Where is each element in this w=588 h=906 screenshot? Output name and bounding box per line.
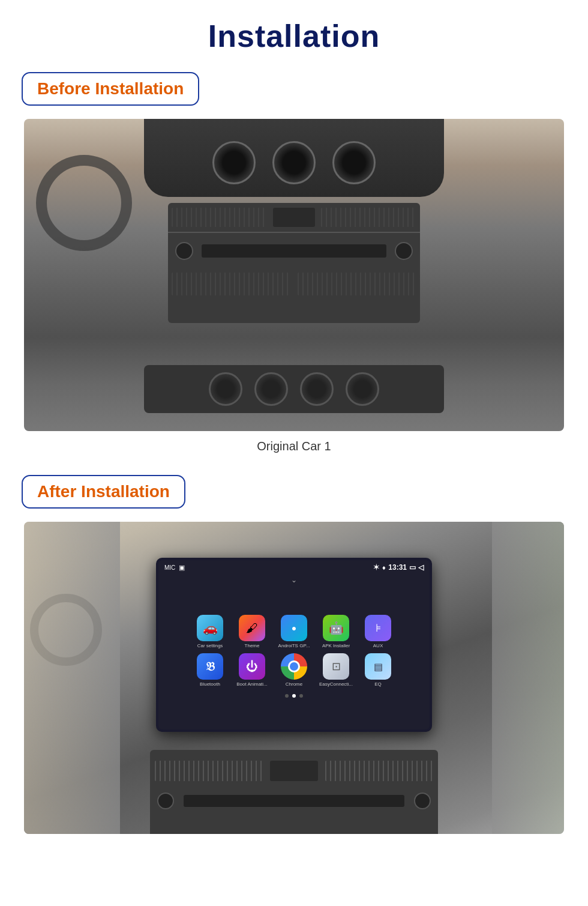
car-settings-app: 🚗 Car settings xyxy=(193,615,227,648)
easyconn-app: ⊡ EasyConnecti... xyxy=(319,653,353,687)
after-photo-bg: MIC ▣ ✶ ⬧ 13:31 ▭ ◁ ⌄ xyxy=(24,522,564,834)
after-radio xyxy=(270,761,318,781)
page-dots xyxy=(283,692,305,700)
vent-bottom-left xyxy=(172,273,290,295)
chrome-icon xyxy=(281,653,307,680)
bluetooth-label: Bluetooth xyxy=(200,681,220,687)
status-bar-right: ✶ ⬧ 13:31 ▭ ◁ xyxy=(373,563,424,572)
steering-wheel xyxy=(36,155,132,251)
control-bar xyxy=(202,244,386,258)
knob-left xyxy=(175,242,193,260)
media-icon: ▣ xyxy=(179,564,185,572)
eq-label: EQ xyxy=(374,681,382,687)
aux-label: AUX xyxy=(373,643,383,648)
boot-label: Boot Animati... xyxy=(236,681,268,687)
aux-app: ⊧ AUX xyxy=(361,615,395,648)
lower-console xyxy=(150,750,438,834)
car-settings-label: Car settings xyxy=(197,643,223,648)
chrome-center xyxy=(288,660,300,672)
boot-app: ⏻ Boot Animati... xyxy=(235,653,269,687)
app-grid: 🚗 Car settings 🖌 Theme ● AndroiTS GP... xyxy=(158,585,430,729)
chrome-label: Chrome xyxy=(286,681,302,687)
theme-icon: 🖌 xyxy=(239,615,265,641)
vent-bottom-right xyxy=(298,273,416,295)
radio-unit xyxy=(273,208,315,227)
before-installation-label: Before Installation xyxy=(37,79,184,98)
hvac-knob-1 xyxy=(209,372,242,406)
before-installation-image xyxy=(24,119,564,431)
center-console xyxy=(168,203,420,323)
dot-2-active xyxy=(292,694,296,698)
status-bar-left: MIC ▣ xyxy=(164,564,185,572)
after-vent-left xyxy=(155,761,263,781)
hvac-knob-2 xyxy=(254,372,288,406)
lower-bar xyxy=(184,795,404,807)
boot-icon: ⏻ xyxy=(239,653,265,680)
page-title: Installation xyxy=(208,18,380,54)
lower-knob-1 xyxy=(157,793,174,809)
bluetooth-app: 𝔅 Bluetooth xyxy=(193,653,227,687)
back-btn: ◁ xyxy=(418,563,424,572)
apk-app: 🤖 APK Installer xyxy=(319,615,353,648)
clock: 13:31 xyxy=(388,563,407,572)
androits-app: ● AndroiTS GP... xyxy=(277,615,311,648)
window-btn: ▭ xyxy=(409,563,416,572)
after-installation-label: After Installation xyxy=(37,482,170,501)
before-photo-bg xyxy=(24,119,564,431)
theme-label: Theme xyxy=(245,643,260,648)
apk-icon: 🤖 xyxy=(323,615,349,641)
android-screen: MIC ▣ ✶ ⬧ 13:31 ▭ ◁ ⌄ xyxy=(158,560,430,729)
after-vent-right xyxy=(325,761,433,781)
mic-icon: MIC xyxy=(164,564,175,571)
aux-icon: ⊧ xyxy=(365,615,391,641)
car-settings-icon: 🚗 xyxy=(197,615,223,641)
easyconn-icon: ⊡ xyxy=(323,653,349,680)
knob-right xyxy=(395,242,413,260)
gauge-2 xyxy=(272,141,316,184)
app-row-2: 𝔅 Bluetooth ⏻ Boot Animati... Chrome xyxy=(193,653,395,687)
eq-icon: ▤ xyxy=(365,653,391,680)
eq-app: ▤ EQ xyxy=(361,653,395,687)
hvac-knob-4 xyxy=(346,372,379,406)
easyconn-label: EasyConnecti... xyxy=(319,681,353,687)
dashboard-top xyxy=(144,119,444,197)
androits-icon: ● xyxy=(281,615,307,641)
after-installation-image: MIC ▣ ✶ ⬧ 13:31 ▭ ◁ ⌄ xyxy=(24,522,564,834)
right-panel xyxy=(492,522,564,834)
vent-left xyxy=(172,208,267,227)
gauge-1 xyxy=(212,141,256,184)
status-bar: MIC ▣ ✶ ⬧ 13:31 ▭ ◁ xyxy=(158,560,430,575)
androits-label: AndroiTS GP... xyxy=(278,643,310,648)
theme-app: 🖌 Theme xyxy=(235,615,269,648)
before-installation-badge: Before Installation xyxy=(22,72,199,106)
left-panel xyxy=(24,522,120,834)
dot-3 xyxy=(299,694,303,698)
before-caption: Original Car 1 xyxy=(257,439,331,453)
apk-label: APK Installer xyxy=(322,643,350,648)
chrome-app: Chrome xyxy=(277,653,311,687)
gps-icon: ⬧ xyxy=(382,563,386,572)
lower-knob-2 xyxy=(414,793,431,809)
gauge-3 xyxy=(332,141,376,184)
app-row-1: 🚗 Car settings 🖌 Theme ● AndroiTS GP... xyxy=(193,615,395,648)
dot-1 xyxy=(285,694,289,698)
bluetooth-app-icon: 𝔅 xyxy=(197,653,223,680)
hvac-row xyxy=(144,365,444,413)
vent-right xyxy=(321,208,416,227)
head-unit: MIC ▣ ✶ ⬧ 13:31 ▭ ◁ ⌄ xyxy=(156,558,432,732)
bluetooth-icon: ✶ xyxy=(373,563,379,572)
after-installation-badge: After Installation xyxy=(22,475,185,509)
hvac-knob-3 xyxy=(300,372,334,406)
notification-chevron: ⌄ xyxy=(158,575,430,585)
